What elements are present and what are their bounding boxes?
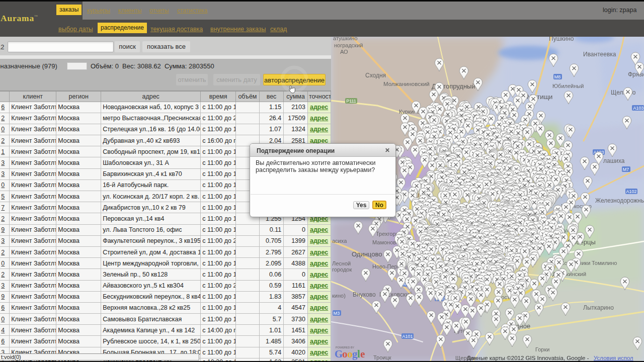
- svg-text:o: o: [342, 348, 348, 360]
- svg-text:G: G: [335, 348, 343, 360]
- svg-text:Данные карты ©2012 GIS Innovat: Данные карты ©2012 GIS Innovatsia, Googl…: [467, 355, 589, 361]
- svg-text:o: o: [347, 348, 353, 360]
- svg-text:e: e: [360, 348, 365, 360]
- svg-text:Условия испол: Условия испол: [594, 355, 633, 361]
